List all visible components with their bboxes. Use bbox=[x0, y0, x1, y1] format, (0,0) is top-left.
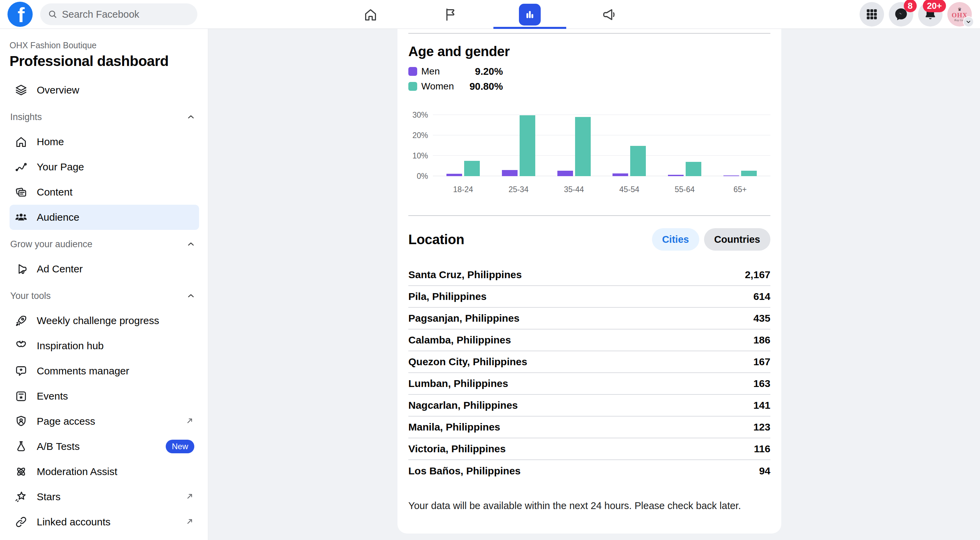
legend-value: 90.80% bbox=[463, 81, 503, 92]
account-menu-chevron[interactable] bbox=[963, 16, 974, 27]
facebook-logo[interactable]: f bbox=[8, 2, 33, 27]
sidebar-item-inspiration-hub[interactable]: Inspiration hub bbox=[10, 333, 199, 358]
comment-star-icon bbox=[14, 364, 28, 378]
profile-avatar[interactable]: ♛ OHX Kay Gar bbox=[947, 2, 972, 27]
grid-icon bbox=[865, 7, 879, 21]
bar-group-45-54 bbox=[612, 146, 646, 176]
search-bar[interactable] bbox=[40, 3, 197, 25]
countries-button[interactable]: Countries bbox=[704, 228, 770, 251]
calendar-star-icon bbox=[14, 389, 28, 403]
location-count: 123 bbox=[753, 421, 770, 433]
sidebar-item-label: Ad Center bbox=[37, 263, 83, 275]
nav-insights-tab-active[interactable] bbox=[490, 0, 570, 29]
chart-legend: Men 9.20% Women 90.80% bbox=[408, 65, 770, 92]
location-count: 435 bbox=[753, 313, 770, 324]
x-tick-label: 45-54 bbox=[612, 185, 646, 194]
sidebar-item-label: Inspiration hub bbox=[37, 340, 104, 352]
messenger-badge: 8 bbox=[904, 0, 917, 12]
megaphone-icon bbox=[601, 7, 617, 22]
sidebar-item-audience[interactable]: Audience bbox=[10, 205, 199, 230]
men-swatch bbox=[408, 67, 417, 76]
bar-group-35-44 bbox=[557, 117, 591, 176]
y-tick-label: 30% bbox=[412, 111, 428, 120]
sidebar-item-label: Page access bbox=[37, 416, 95, 427]
men-bar-18-24 bbox=[447, 174, 462, 176]
sidebar-item-events[interactable]: Events bbox=[10, 384, 199, 409]
sidebar-item-label: Home bbox=[37, 136, 64, 148]
legend-label: Men bbox=[421, 66, 460, 77]
location-name: Los Baños, Philippines bbox=[408, 465, 520, 477]
age-gender-bar-chart: 0%10%20%30% bbox=[408, 109, 770, 176]
layers-icon bbox=[14, 83, 28, 97]
location-count: 94 bbox=[759, 465, 770, 477]
nav-ads-tab[interactable] bbox=[570, 0, 649, 29]
chevron-up-icon bbox=[186, 291, 196, 300]
section-label: Insights bbox=[10, 112, 42, 122]
sidebar-item-overview[interactable]: Overview bbox=[10, 78, 199, 103]
search-input[interactable] bbox=[62, 9, 190, 20]
women-bar-35-44 bbox=[575, 117, 591, 176]
x-tick-label: 18-24 bbox=[447, 185, 480, 194]
menu-grid-button[interactable] bbox=[859, 2, 884, 27]
sidebar-item-label: Content bbox=[37, 186, 73, 198]
audience-people-icon bbox=[14, 211, 28, 224]
location-row: Manila, Philippines 123 bbox=[408, 416, 770, 438]
men-bar-25-34 bbox=[502, 170, 517, 176]
sidebar-item-label: Events bbox=[37, 391, 68, 402]
x-tick-label: 65+ bbox=[724, 185, 757, 194]
nav-home-tab[interactable] bbox=[331, 0, 410, 29]
sidebar-item-label: Moderation Assist bbox=[37, 466, 118, 477]
sidebar-item-home[interactable]: Home bbox=[10, 129, 199, 154]
location-name: Pila, Philippines bbox=[408, 291, 487, 302]
messenger-button[interactable]: 8 bbox=[889, 2, 913, 27]
women-bar-18-24 bbox=[464, 161, 480, 176]
women-bar-25-34 bbox=[520, 115, 535, 176]
sidebar-item-ab-tests[interactable]: A/B Tests New bbox=[10, 434, 199, 459]
section-header-grow-your-audience[interactable]: Grow your audience bbox=[10, 232, 199, 256]
location-toggle-group: Cities Countries bbox=[652, 228, 770, 251]
women-swatch bbox=[408, 82, 417, 91]
sidebar-item-ad-center[interactable]: Ad Center bbox=[10, 256, 199, 281]
x-tick-label: 55-64 bbox=[668, 185, 701, 194]
location-row: Pagsanjan, Philippines 435 bbox=[408, 308, 770, 329]
legend-label: Women bbox=[421, 81, 460, 92]
notifications-button[interactable]: 20+ bbox=[918, 2, 943, 27]
chevron-up-icon bbox=[186, 112, 196, 122]
sidebar-item-page-access[interactable]: Page access bbox=[10, 409, 199, 434]
location-name: Manila, Philippines bbox=[408, 421, 500, 433]
sidebar-item-stars[interactable]: Stars bbox=[10, 484, 199, 510]
location-name: Victoria, Philippines bbox=[408, 443, 506, 455]
sidebar-item-label: Audience bbox=[37, 211, 79, 223]
sidebar-item-label: Linked accounts bbox=[37, 516, 111, 528]
sidebar-item-weekly-challenge-progress[interactable]: Weekly challenge progress bbox=[10, 308, 199, 333]
sidebar-item-linked-accounts[interactable]: Linked accounts bbox=[10, 510, 199, 535]
location-row: Lumban, Philippines 163 bbox=[408, 373, 770, 395]
chart-x-axis: 18-2425-3435-4445-5455-6465+ bbox=[433, 185, 770, 194]
chevron-up-icon bbox=[186, 240, 196, 249]
new-badge: New bbox=[166, 440, 194, 453]
home-icon bbox=[363, 7, 379, 22]
content-cards-icon bbox=[14, 185, 28, 199]
sidebar-item-your-page[interactable]: Your Page bbox=[10, 154, 199, 179]
section-header-your-tools[interactable]: Your tools bbox=[10, 284, 199, 308]
cities-button[interactable]: Cities bbox=[652, 228, 699, 251]
bar-chart-icon bbox=[522, 7, 537, 22]
location-name: Lumban, Philippines bbox=[408, 378, 508, 389]
nav-pages-tab[interactable] bbox=[410, 0, 490, 29]
star-icon bbox=[14, 490, 28, 503]
data-availability-note: Your data will be available within the n… bbox=[408, 500, 770, 511]
sidebar-item-content[interactable]: Content bbox=[10, 179, 199, 205]
x-tick-label: 35-44 bbox=[557, 185, 591, 194]
sidebar-item-moderation-assist[interactable]: Moderation Assist bbox=[10, 459, 199, 484]
location-count: 116 bbox=[754, 443, 770, 455]
location-name: Pagsanjan, Philippines bbox=[408, 313, 520, 324]
sidebar-item-label: A/B Tests bbox=[37, 441, 80, 452]
section-header-insights[interactable]: Insights bbox=[10, 105, 199, 129]
sidebar-item-comments-manager[interactable]: Comments manager bbox=[10, 358, 199, 384]
location-row: Pila, Philippines 614 bbox=[408, 286, 770, 308]
section-label: Grow your audience bbox=[10, 239, 92, 249]
home-icon bbox=[14, 135, 28, 149]
flask-icon bbox=[14, 440, 28, 453]
men-bar-55-64 bbox=[668, 175, 684, 176]
legend-row-men: Men 9.20% bbox=[408, 65, 770, 78]
